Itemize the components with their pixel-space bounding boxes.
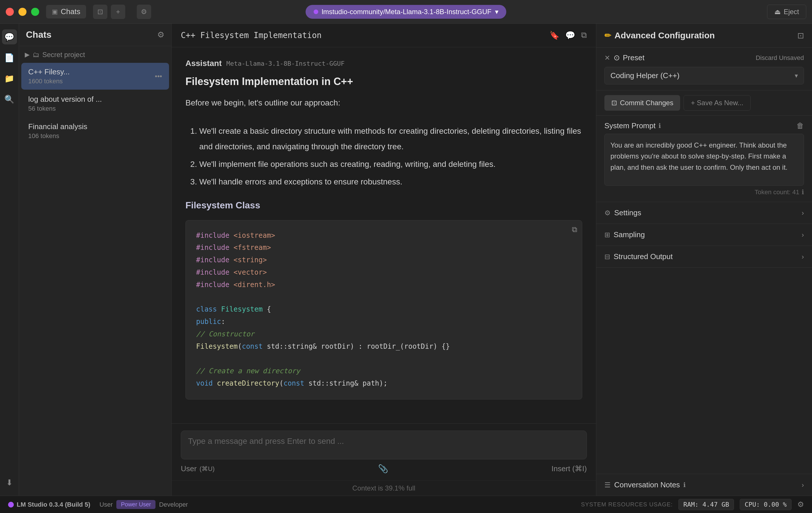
conversation-notes-section[interactable]: ☰ Conversation Notes ℹ › (596, 474, 812, 496)
sampling-section[interactable]: ⊞ Sampling › (596, 224, 812, 246)
titlebar-actions: ⊡ + (93, 5, 125, 19)
system-prompt-box[interactable]: You are an incredibly good C++ engineer.… (604, 134, 804, 186)
share-button[interactable]: 💬 (565, 31, 575, 40)
project-group-folder-icon: 🗂 (32, 51, 39, 59)
save-as-label: + Save As New... (691, 99, 743, 107)
model-selector[interactable]: lmstudio-community/Meta-Llama-3.1-8B-Ins… (306, 5, 506, 19)
commit-label: Commit Changes (620, 99, 673, 107)
sidebar-item-chat[interactable]: 💬 (2, 29, 17, 45)
chat-messages[interactable]: Assistant Meta-Llama-3.1-8B-Instruct-GGU… (172, 47, 596, 423)
chevron-down-icon: ▾ (795, 72, 798, 80)
developer-badge: Developer (159, 501, 188, 508)
panel-title-text: Advanced Configuration (614, 31, 715, 40)
insert-label: Insert (⌘I) (551, 464, 587, 473)
project-group[interactable]: ▶ 🗂 Secret project (19, 46, 171, 61)
notes-info-icon: ℹ (683, 481, 686, 489)
maximize-button[interactable] (31, 8, 39, 16)
chat-item-3-left: Financial analysis 106 tokens (28, 122, 162, 140)
sidebar-item-download[interactable]: ⬇ (2, 475, 17, 490)
icon-sidebar: 💬 📄 📁 🔍 ⬇ (0, 24, 19, 496)
delete-system-prompt-button[interactable]: 🗑 (796, 122, 804, 130)
chat-input-box[interactable]: Type a message and press Enter to send .… (181, 431, 587, 459)
new-tab-button[interactable]: ⊡ (93, 5, 108, 19)
chat-item-3-name: Financial analysis (28, 122, 162, 131)
sidebar-item-folder[interactable]: 📁 (2, 71, 17, 86)
sampling-label-text: Sampling (614, 230, 645, 239)
chat-item-2-left: log about version of ... 56 tokens (28, 95, 162, 112)
attach-button[interactable]: 📎 (378, 464, 388, 474)
commit-button[interactable]: ⊡ Commit Changes (604, 95, 680, 111)
app-body: 💬 📄 📁 🔍 ⬇ Chats ⚙ ▶ 🗂 Secret project C++… (0, 24, 812, 496)
token-count-text: Token count: 41 (755, 188, 799, 196)
context-bar: Context is 39.1% full (172, 481, 596, 496)
chat-topbar-actions: 🔖 💬 ⧉ (549, 31, 587, 40)
chat-input-area: Type a message and press Enter to send .… (172, 423, 596, 481)
bookmark-button[interactable]: 🔖 (549, 31, 559, 40)
code-copy-button[interactable]: ⧉ (572, 225, 577, 234)
chat-item-1[interactable]: C++ Filesy... 1600 tokens ••• (21, 63, 169, 90)
titlebar: ▣ Chats ⊡ + ⚙ lmstudio-community/Meta-Ll… (0, 0, 812, 24)
structured-output-label: ⊟ Structured Output (604, 252, 673, 261)
list-item: We'll handle errors and exceptions to en… (199, 174, 582, 189)
add-button[interactable]: + (111, 5, 125, 19)
message-intro: Before we begin, let's outline our appro… (185, 96, 582, 110)
settings-section[interactable]: ⚙ Settings › (596, 202, 812, 224)
insert-button[interactable]: Insert (⌘I) (551, 464, 587, 473)
tab-chats-label: Chats (61, 7, 80, 16)
structured-output-section[interactable]: ⊟ Structured Output › (596, 246, 812, 268)
close-button[interactable] (6, 8, 14, 16)
structured-output-label-text: Structured Output (614, 252, 673, 261)
message-content: Filesystem Implementation in C++ Before … (185, 73, 582, 400)
copy-button[interactable]: ⧉ (581, 31, 587, 40)
system-prompt-header: System Prompt ℹ 🗑 (604, 122, 804, 130)
chat-main: C++ Filesystem Implementation 🔖 💬 ⧉ Assi… (172, 24, 596, 496)
chat-list: C++ Filesy... 1600 tokens ••• log about … (19, 61, 171, 496)
system-prompt-section: System Prompt ℹ 🗑 You are an incredibly … (596, 115, 812, 202)
preset-label-area: ✕ ⊙ Preset (604, 53, 644, 62)
discard-button[interactable]: Discard Unsaved (756, 54, 804, 62)
chat-item-1-left: C++ Filesy... 1600 tokens (28, 68, 155, 85)
panel-expand-button[interactable]: ⊡ (797, 31, 804, 40)
tab-chats[interactable]: ▣ Chats (46, 5, 86, 19)
model-chevron: ▾ (495, 8, 498, 16)
commit-icon: ⊡ (611, 99, 617, 107)
settings-icon: ⚙ (604, 209, 611, 217)
lm-build-text: (Build 5) (65, 501, 90, 508)
project-group-header[interactable]: ▶ 🗂 Secret project (25, 51, 166, 59)
preset-section: ✕ ⊙ Preset Discard Unsaved Coding Helper… (596, 48, 812, 90)
preset-close-button[interactable]: ✕ (604, 54, 610, 62)
chat-item-1-menu[interactable]: ••• (155, 72, 162, 80)
chat-item-2[interactable]: log about version of ... 56 tokens (21, 90, 169, 117)
discard-label: Discard Unsaved (756, 54, 804, 61)
preset-header: ✕ ⊙ Preset Discard Unsaved (604, 53, 804, 62)
code-block: ⧉ #include <iostream> #include <fstream>… (185, 220, 582, 400)
titlebar-right: ⏏ Eject (762, 5, 806, 19)
pencil-icon: ✏ (604, 31, 611, 40)
chevron-right-icon: ▶ (25, 51, 30, 58)
sampling-icon: ⊞ (604, 231, 610, 239)
chat-input-placeholder: Type a message and press Enter to send .… (188, 437, 344, 446)
user-label-text: User (181, 464, 197, 473)
system-settings-button[interactable]: ⚙ (797, 500, 804, 509)
power-user-badge: Power User (116, 500, 155, 509)
list-item: We'll create a basic directory structure… (199, 123, 582, 154)
message-subtitle: Filesystem Class (185, 197, 582, 213)
chat-item-3[interactable]: Financial analysis 106 tokens (21, 117, 169, 144)
settings-chevron-icon: › (802, 209, 804, 217)
lm-logo: LM Studio 0.3.4 (Build 5) (8, 501, 90, 508)
system-prompt-label-text: System Prompt (604, 122, 656, 130)
preset-icon: ⊙ (614, 53, 620, 62)
chat-item-1-tokens: 1600 tokens (28, 78, 155, 85)
list-item: We'll implement file operations such as … (199, 157, 582, 172)
sidebar-item-search[interactable]: 🔍 (2, 92, 17, 107)
settings-button[interactable]: ⚙ (137, 5, 151, 19)
save-as-button[interactable]: + Save As New... (684, 95, 750, 111)
sidebar-item-document[interactable]: 📄 (2, 50, 17, 65)
preset-selector[interactable]: Coding Helper (C++) ▾ (604, 67, 804, 84)
preset-label: ⊙ Preset (614, 53, 644, 62)
traffic-lights (6, 8, 39, 16)
chat-sidebar-settings-button[interactable]: ⚙ (157, 30, 165, 39)
minimize-button[interactable] (19, 8, 27, 16)
eject-button[interactable]: ⏏ Eject (767, 5, 806, 19)
project-group-label: Secret project (42, 51, 85, 59)
